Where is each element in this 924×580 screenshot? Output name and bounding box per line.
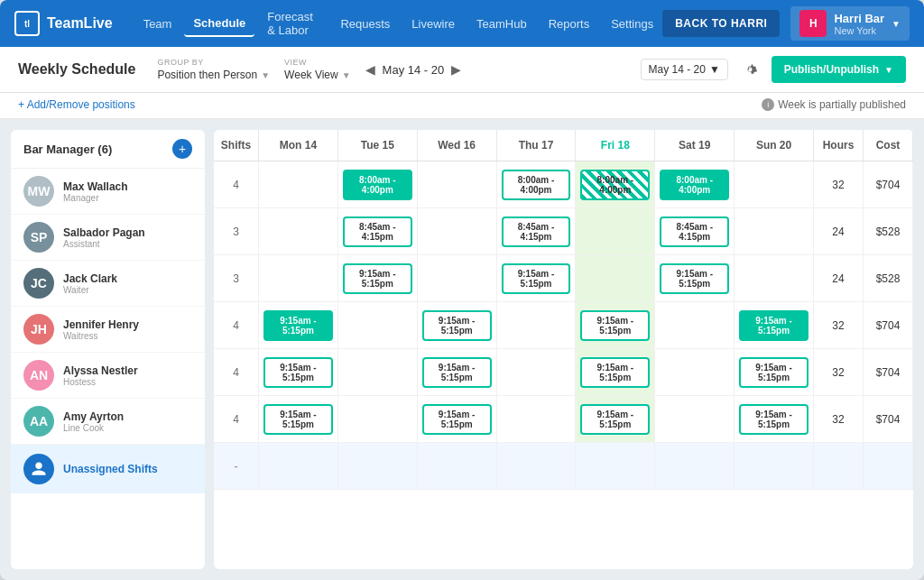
shift-badge[interactable]: 8:45am - 4:15pm: [502, 216, 571, 247]
shift-badge[interactable]: 9:15am - 5:15pm: [422, 357, 492, 388]
header-tue: Tue 15: [338, 130, 418, 161]
back-to-harri-button[interactable]: BACK TO HARRI: [662, 10, 780, 37]
sun-cell[interactable]: 9:15am - 5:15pm: [735, 396, 814, 442]
shift-badge[interactable]: 9:15am - 5:15pm: [263, 404, 333, 435]
fri-cell[interactable]: 9:15am - 5:15pm: [576, 396, 655, 442]
unassigned-label: Unassigned Shifts: [63, 463, 158, 475]
add-remove-positions-link[interactable]: + Add/Remove positions: [18, 98, 135, 111]
hours-cell: 32: [814, 349, 864, 395]
shift-badge[interactable]: 9:15am - 5:15pm: [502, 263, 571, 294]
list-item[interactable]: MW Max Wallach Manager: [11, 169, 205, 215]
sat-cell[interactable]: 8:45am - 4:15pm: [655, 208, 735, 254]
list-item[interactable]: AA Amy Ayrton Line Cook: [11, 399, 205, 445]
staff-role: Manager: [63, 193, 192, 203]
shift-badge[interactable]: 8:45am - 4:15pm: [660, 216, 729, 247]
wed-cell: [418, 208, 497, 254]
shift-badge[interactable]: 9:15am - 5:15pm: [660, 263, 729, 294]
view-chevron-icon: ▼: [342, 70, 351, 80]
wed-cell[interactable]: 9:15am - 5:15pm: [418, 302, 497, 348]
tue-cell[interactable]: 9:15am - 5:15pm: [338, 255, 418, 301]
list-item[interactable]: SP Salbador Pagan Assistant: [11, 215, 205, 261]
mon-cell[interactable]: 9:15am - 5:15pm: [259, 349, 338, 395]
shift-badge[interactable]: 9:15am - 5:15pm: [580, 357, 650, 388]
nav-settings[interactable]: Settings: [602, 12, 662, 36]
shift-badge[interactable]: 9:15am - 5:15pm: [580, 404, 650, 435]
staff-name: Max Wallach: [63, 180, 192, 193]
thu-cell: [497, 349, 577, 395]
shift-badge[interactable]: 8:45am - 4:15pm: [343, 216, 412, 247]
shift-count-cell: 4: [214, 349, 259, 395]
list-item[interactable]: JH Jennifer Henry Waitress: [11, 307, 205, 353]
nav-schedule[interactable]: Schedule: [184, 11, 254, 37]
nav-reports[interactable]: Reports: [540, 12, 599, 36]
unassigned-cost: [864, 443, 913, 489]
grid-body: 4 8:00am - 4:00pm 8:00am - 4:00pm 8:00am…: [214, 161, 913, 569]
mon-cell[interactable]: 9:15am - 5:15pm: [259, 396, 338, 442]
staff-info: Max Wallach Manager: [63, 180, 192, 203]
nav-requests[interactable]: Requests: [331, 12, 399, 36]
staff-panel-header: Bar Manager (6) +: [11, 130, 205, 169]
publish-unpublish-button[interactable]: Publish/Unpublish ▼: [772, 56, 906, 83]
shift-badge[interactable]: 9:15am - 5:15pm: [343, 263, 412, 294]
shift-badge[interactable]: 8:00am - 4:00pm: [660, 170, 729, 200]
shift-badge[interactable]: 8:00am - 4:00pm: [343, 170, 412, 200]
unassigned-shifts-item[interactable]: Unassigned Shifts: [11, 445, 205, 493]
group-by-chevron-icon: ▼: [261, 70, 270, 80]
shift-badge[interactable]: 8:00am - 4:00pm: [580, 170, 650, 200]
avatar: MW: [23, 176, 54, 207]
wed-cell[interactable]: 9:15am - 5:15pm: [418, 396, 497, 442]
view-select[interactable]: Week View ▼: [284, 69, 351, 81]
mon-cell[interactable]: 9:15am - 5:15pm: [259, 302, 338, 348]
group-by-select[interactable]: Position then Person ▼: [157, 69, 270, 81]
fri-cell[interactable]: 8:00am - 4:00pm: [576, 161, 655, 207]
add-staff-button[interactable]: +: [172, 139, 192, 159]
shift-badge[interactable]: 9:15am - 5:15pm: [422, 404, 492, 435]
user-menu[interactable]: H Harri Bar New York ▼: [790, 6, 910, 41]
staff-info: Amy Ayrton Line Cook: [63, 410, 192, 433]
shift-badge[interactable]: 9:15am - 5:15pm: [739, 404, 808, 435]
sat-cell[interactable]: 8:00am - 4:00pm: [655, 161, 735, 207]
unassigned-thu: [497, 443, 577, 489]
date-prev-button[interactable]: ◀: [365, 62, 375, 77]
logo: tl TeamLive: [14, 11, 113, 36]
publish-status: i Week is partially published: [762, 98, 906, 111]
wed-cell: [418, 255, 497, 301]
sun-cell[interactable]: 9:15am - 5:15pm: [735, 349, 814, 395]
shift-badge[interactable]: 9:15am - 5:15pm: [739, 357, 808, 388]
date-nav: ◀ May 14 - 20 ▶: [365, 62, 462, 77]
thu-cell[interactable]: 8:00am - 4:00pm: [497, 161, 577, 207]
list-item[interactable]: AN Alyssa Nestler Hostess: [11, 353, 205, 399]
cost-cell: $704: [864, 396, 913, 442]
tue-cell[interactable]: 8:45am - 4:15pm: [338, 208, 418, 254]
wed-cell[interactable]: 9:15am - 5:15pm: [418, 349, 497, 395]
view-value: Week View: [284, 69, 338, 81]
settings-icon[interactable]: [737, 57, 762, 82]
fri-cell[interactable]: 9:15am - 5:15pm: [576, 302, 655, 348]
date-range-select[interactable]: May 14 - 20 ▼: [641, 59, 728, 80]
thu-cell: [497, 396, 577, 442]
user-location: New York: [834, 25, 884, 36]
sat-cell[interactable]: 9:15am - 5:15pm: [655, 255, 735, 301]
shift-badge[interactable]: 9:15am - 5:15pm: [580, 310, 650, 341]
date-next-button[interactable]: ▶: [451, 62, 461, 77]
tue-cell: [338, 396, 418, 442]
tue-cell[interactable]: 8:00am - 4:00pm: [338, 161, 418, 207]
sun-cell[interactable]: 9:15am - 5:15pm: [735, 302, 814, 348]
avatar: JC: [23, 268, 54, 299]
shift-badge[interactable]: 9:15am - 5:15pm: [263, 357, 333, 388]
nav-forecast[interactable]: Forecast & Labor: [258, 5, 328, 42]
nav-livewire[interactable]: Livewire: [402, 12, 464, 36]
nav-team[interactable]: Team: [134, 12, 181, 36]
fri-cell[interactable]: 9:15am - 5:15pm: [576, 349, 655, 395]
shift-badge[interactable]: 9:15am - 5:15pm: [739, 310, 808, 341]
nav-teamhub[interactable]: TeamHub: [467, 12, 536, 36]
staff-name: Salbador Pagan: [63, 226, 192, 239]
shift-badge[interactable]: 9:15am - 5:15pm: [422, 310, 492, 341]
shift-badge[interactable]: 8:00am - 4:00pm: [502, 170, 571, 200]
list-item[interactable]: JC Jack Clark Waiter: [11, 261, 205, 307]
thu-cell[interactable]: 8:45am - 4:15pm: [497, 208, 577, 254]
mon-cell: [259, 255, 338, 301]
hours-value: 32: [832, 179, 844, 191]
shift-badge[interactable]: 9:15am - 5:15pm: [263, 310, 333, 341]
thu-cell[interactable]: 9:15am - 5:15pm: [497, 255, 577, 301]
